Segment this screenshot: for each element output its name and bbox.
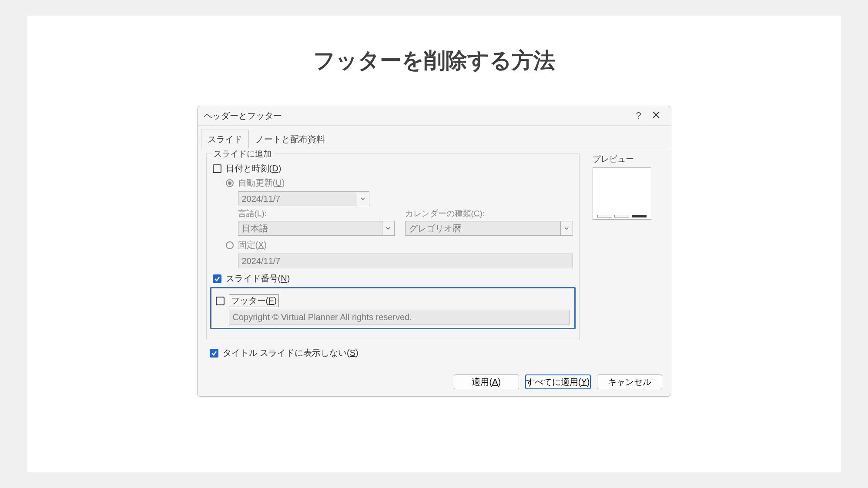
preview-legend: プレビュー: [593, 154, 662, 165]
footer-highlight: フッター(F) Copyright © Virtual Planner All …: [210, 287, 576, 329]
auto-update-row: 自動更新(U): [213, 177, 573, 189]
fixed-radio[interactable]: [226, 241, 234, 249]
group-legend: スライドに追加: [211, 148, 274, 160]
calendar-combo[interactable]: グレゴリオ暦: [405, 221, 573, 236]
auto-date-combo[interactable]: 2024/11/7: [238, 191, 369, 206]
close-icon: [652, 111, 660, 120]
slidenum-checkbox[interactable]: [213, 274, 221, 283]
chevron-down-icon: [357, 192, 369, 206]
preview-slot-center: [614, 215, 629, 217]
slidenum-label: スライド番号(N): [226, 273, 290, 284]
language-combo[interactable]: 日本語: [238, 221, 395, 236]
footer-text[interactable]: Copyright © Virtual Planner All rights r…: [229, 310, 570, 324]
fixed-row: 固定(X): [213, 239, 573, 251]
tab-strip: スライド ノートと配布資料: [198, 126, 671, 149]
help-button[interactable]: ?: [630, 110, 647, 121]
slide: フッターを削除する方法 ヘッダーとフッター ? スライド ノートと配布資料 スラ…: [27, 16, 841, 472]
close-button[interactable]: [647, 110, 665, 122]
chevron-down-icon: [382, 221, 394, 235]
hide-title-checkbox[interactable]: [210, 349, 218, 358]
footer-row: フッター(F): [216, 294, 570, 307]
auto-update-radio[interactable]: [226, 179, 234, 187]
add-to-slide-group: スライドに追加 日付と時刻(D) 自動更新(U): [206, 154, 580, 340]
hide-title-row: タイトル スライドに表示しない(S): [198, 347, 671, 359]
datetime-checkbox[interactable]: [213, 164, 221, 173]
preview-slot-right: [632, 215, 647, 217]
dialog-buttons: 適用(A) すべてに適用(Y) キャンセル: [198, 368, 671, 396]
language-value: 日本語: [238, 221, 382, 235]
slidenum-row: スライド番号(N): [213, 273, 573, 284]
fixed-label: 固定(X): [238, 239, 267, 251]
header-footer-dialog: ヘッダーとフッター ? スライド ノートと配布資料 スライドに追加 日付と時刻(…: [197, 106, 671, 397]
footer-checkbox[interactable]: [216, 297, 225, 305]
fixed-value-wrap: 2024/11/7: [213, 254, 573, 268]
language-col: 言語(L): 日本語: [238, 208, 395, 236]
dialog-title: ヘッダーとフッター: [204, 110, 630, 122]
calendar-col: カレンダーの種類(C): グレゴリオ暦: [405, 208, 573, 236]
datetime-row: 日付と時刻(D): [213, 163, 573, 174]
dialog-titlebar: ヘッダーとフッター ?: [198, 106, 671, 126]
hide-title-label: タイトル スライドに表示しない(S): [223, 347, 359, 359]
tab-slide[interactable]: スライド: [201, 130, 249, 149]
apply-all-button[interactable]: すべてに適用(Y): [525, 374, 591, 389]
calendar-value: グレゴリオ暦: [406, 221, 560, 235]
cancel-button[interactable]: キャンセル: [597, 374, 662, 389]
footer-label: フッター(F): [229, 294, 279, 307]
preview-box: [593, 167, 651, 220]
datetime-label: 日付と時刻(D): [226, 163, 282, 174]
auto-date-value: 2024/11/7: [238, 192, 357, 206]
footer-text-wrap: Copyright © Virtual Planner All rights r…: [216, 310, 570, 324]
slide-title: フッターを削除する方法: [313, 46, 555, 75]
chevron-down-icon: [560, 221, 573, 235]
calendar-label: カレンダーの種類(C):: [405, 208, 573, 219]
auto-date-combo-wrap: 2024/11/7: [213, 191, 369, 206]
apply-button[interactable]: 適用(A): [454, 374, 519, 389]
language-label: 言語(L):: [238, 208, 395, 219]
preview-column: プレビュー: [593, 154, 662, 340]
preview-slot-left: [597, 215, 612, 217]
fixed-date-value[interactable]: 2024/11/7: [238, 254, 573, 268]
auto-update-label: 自動更新(U): [238, 177, 285, 189]
lang-cal-row: 言語(L): 日本語 カレンダーの種類(C):: [213, 208, 573, 236]
tab-notes[interactable]: ノートと配布資料: [249, 130, 332, 149]
dialog-body: スライドに追加 日付と時刻(D) 自動更新(U): [198, 149, 671, 371]
